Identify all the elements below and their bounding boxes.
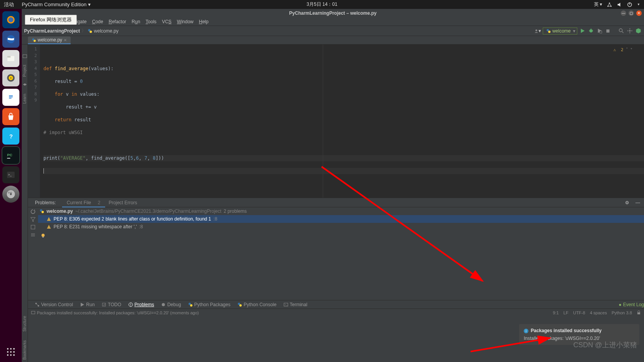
status-interpreter[interactable]: Python 3.8 <box>611 310 632 315</box>
refresh-icon[interactable] <box>30 209 36 214</box>
svg-point-31 <box>7 351 9 353</box>
structure-tool-label[interactable]: Structure <box>23 314 27 334</box>
expand-icon[interactable] <box>30 224 36 230</box>
bookmarks-tool-label[interactable]: Bookmarks <box>23 338 27 362</box>
launcher-libreoffice[interactable] <box>2 89 19 106</box>
text-caret <box>43 168 44 174</box>
pycharm-logo-icon[interactable] <box>635 28 642 34</box>
run-button[interactable] <box>579 28 586 34</box>
window-title: PyCharmLearningProject – welcome.py <box>289 10 376 16</box>
svg-point-72 <box>130 305 131 306</box>
learn-tool-icon[interactable] <box>23 83 27 88</box>
code-content[interactable]: ⚠ 2 ˆ ˅ def find_average(values): result… <box>40 45 644 198</box>
status-message[interactable]: Packages installed successfully: Install… <box>31 310 199 315</box>
problems-tab-current[interactable]: Current File 2 <box>62 199 105 207</box>
status-position[interactable]: 9:1 <box>553 310 559 315</box>
menu-window[interactable]: Window <box>175 18 196 25</box>
tab-close[interactable]: ✕ <box>64 38 67 42</box>
status-encoding[interactable]: UTF-8 <box>573 310 585 315</box>
launcher-files[interactable] <box>2 50 19 67</box>
search-everywhere-button[interactable] <box>618 28 625 34</box>
svg-point-32 <box>10 351 12 353</box>
bottom-run[interactable]: Run <box>80 302 95 307</box>
svg-point-8 <box>9 17 14 22</box>
launcher-show-apps[interactable] <box>4 345 18 359</box>
menu-tools[interactable]: Tools <box>143 18 159 25</box>
launcher-firefox[interactable] <box>2 11 19 28</box>
system-menu-chevron[interactable]: ▼ <box>637 3 640 6</box>
svg-point-42 <box>589 29 593 33</box>
menu-code[interactable]: Code <box>90 18 106 25</box>
info-icon: i <box>524 329 528 333</box>
inspection-badge[interactable]: ⚠ 2 ˆ ˅ <box>613 47 632 53</box>
bottom-todo[interactable]: TODO <box>102 302 121 307</box>
problems-icons-bar <box>28 207 38 300</box>
launcher-pycharm[interactable]: PC <box>2 147 19 164</box>
lang-indicator[interactable]: 英 ▾ <box>594 1 602 8</box>
python-file-icon <box>88 29 92 33</box>
launcher-thunderbird[interactable] <box>2 31 19 48</box>
launcher-help[interactable]: ? <box>2 128 19 145</box>
bottom-event-log[interactable]: ● Event Log <box>619 302 644 307</box>
pycharm-window: PyCharmLearningProject – welcome.py — ▢ … <box>22 9 644 362</box>
bottom-debug[interactable]: Debug <box>161 302 181 307</box>
network-icon[interactable] <box>607 2 612 7</box>
stop-button[interactable] <box>604 28 611 34</box>
svg-point-36 <box>13 354 15 356</box>
power-icon[interactable] <box>627 2 632 7</box>
run-config-select[interactable]: welcome <box>543 28 577 34</box>
app-name[interactable]: PyCharm Community Edition ▾ <box>22 2 91 7</box>
svg-point-28 <box>7 348 9 350</box>
window-close[interactable]: ✕ <box>636 10 642 16</box>
status-lineend[interactable]: LF <box>563 310 568 315</box>
learn-tool-label[interactable]: Learn <box>23 91 27 106</box>
problem-item-1[interactable]: PEP 8: E305 expected 2 blank lines after… <box>38 215 644 223</box>
launcher-software[interactable] <box>2 108 19 125</box>
breadcrumb-file[interactable]: welcome.py <box>94 28 118 34</box>
svg-point-64 <box>42 234 45 237</box>
user-icon[interactable]: ▾ <box>534 28 541 34</box>
collapse-icon[interactable] <box>30 232 36 238</box>
svg-point-50 <box>629 30 630 32</box>
debug-button[interactable] <box>587 28 594 34</box>
bottom-vcs[interactable]: Version Control <box>35 302 73 307</box>
activities-label[interactable]: 活动 <box>4 1 14 8</box>
launcher-rhythmbox[interactable] <box>2 69 19 86</box>
settings-button[interactable] <box>626 28 633 34</box>
breadcrumb-root[interactable]: PyCharmLearningProject <box>24 28 80 34</box>
volume-icon[interactable] <box>617 2 622 7</box>
menu-run[interactable]: Run <box>129 18 142 25</box>
menu-vcs[interactable]: VCS <box>159 18 174 25</box>
project-tool-icon[interactable] <box>23 54 27 59</box>
clock[interactable]: 3月5日 14：01 <box>306 1 337 8</box>
window-titlebar[interactable]: PyCharmLearningProject – welcome.py — ▢ … <box>22 9 644 17</box>
problems-hide-icon[interactable]: — <box>635 200 640 205</box>
problems-settings-icon[interactable]: ⚙ <box>625 200 629 205</box>
window-minimize[interactable]: — <box>621 10 626 16</box>
status-indent[interactable]: 4 spaces <box>590 310 607 315</box>
project-tool-label[interactable]: Project <box>23 62 27 79</box>
intention-bulb-icon[interactable] <box>38 231 644 238</box>
firefox-tooltip: Firefox 网络浏览器 <box>25 15 77 25</box>
svg-point-29 <box>10 348 12 350</box>
launcher-terminal[interactable]: >_ <box>2 166 19 183</box>
bottom-problems[interactable]: Problems <box>128 302 154 307</box>
editor[interactable]: 123 456 789 ⚠ 2 ˆ ˅ def find_average(val… <box>28 45 644 198</box>
window-maximize[interactable]: ▢ <box>628 10 634 16</box>
bottom-pyconsole[interactable]: Python Console <box>237 302 277 307</box>
problems-file-row[interactable]: welcome.py ~/.cache/JetBrains/PyCharmCE2… <box>38 207 644 215</box>
menubar: FFileile Edit View Navigate Code Refacto… <box>22 17 644 26</box>
bottom-terminal[interactable]: >_Terminal <box>284 302 307 307</box>
status-lock-icon[interactable] <box>637 310 641 315</box>
filter-icon[interactable] <box>30 217 36 222</box>
svg-point-35 <box>10 354 12 356</box>
editor-tab-welcome[interactable]: welcome.py ✕ <box>28 36 71 44</box>
launcher-disc[interactable]: DVD <box>2 186 19 203</box>
menu-help[interactable]: Help <box>197 18 211 25</box>
problems-tab-project[interactable]: Project Errors <box>106 199 139 207</box>
line-gutter: 123 456 789 <box>28 45 40 198</box>
problem-item-2[interactable]: PEP 8: E231 missing whitespace after ','… <box>38 223 644 231</box>
run-coverage-button[interactable] <box>596 28 603 34</box>
bottom-pypackages[interactable]: Python Packages <box>188 302 230 307</box>
menu-refactor[interactable]: Refactor <box>106 18 128 25</box>
